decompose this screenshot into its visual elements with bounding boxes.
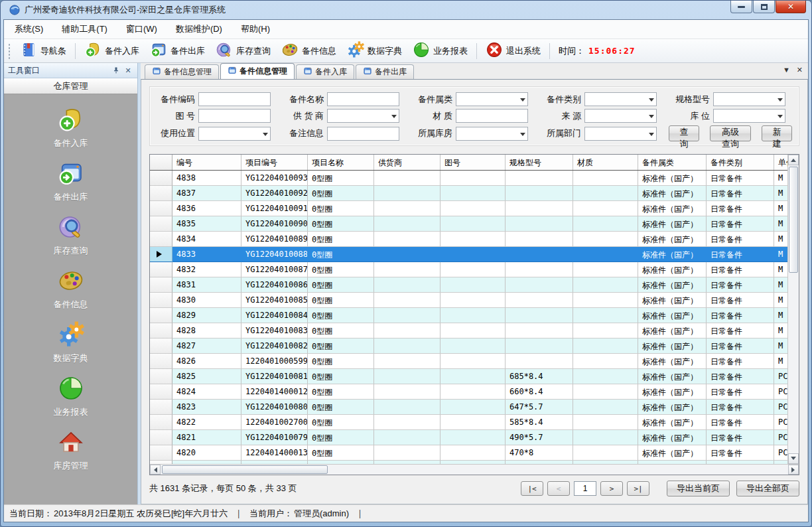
last-page-button[interactable]: >| [627, 481, 649, 496]
query-button[interactable]: 查询 [669, 125, 699, 141]
table-row[interactable]: 4829YG122040100840型圈标准件（国产）日常备件M [150, 308, 787, 323]
spare-name-input[interactable] [327, 92, 399, 106]
table-row[interactable]: 4832YG122040100870型圈标准件（国产）日常备件M [150, 262, 787, 277]
minimize-button[interactable] [730, 1, 752, 13]
spare-type-combo[interactable] [584, 92, 657, 106]
tab-0[interactable]: 备件信息管理 [145, 64, 219, 79]
column-header-供货商[interactable]: 供货商 [374, 155, 440, 170]
row-selector[interactable] [150, 430, 172, 445]
table-row[interactable]: 482212204010027000型圈585*8.4标准件（国产）日常备件PC [150, 415, 787, 430]
table-row[interactable]: 4836YG122040100910型圈标准件（国产）日常备件M [150, 201, 787, 216]
scroll-left-icon[interactable] [150, 465, 161, 475]
dock-close-icon[interactable]: ✕ [123, 65, 133, 76]
row-selector[interactable] [150, 247, 172, 262]
menu-item-window[interactable]: 窗口(W) [119, 21, 164, 38]
spare-category-combo[interactable] [456, 92, 528, 106]
toolbar-button-spare-info[interactable]: 备件信息 [276, 39, 342, 62]
next-page-button[interactable]: > [600, 481, 623, 496]
toolbar-button-exit-system[interactable]: 退出系统 [480, 39, 546, 62]
table-row[interactable]: 482412204014000120型圈660*8.4标准件（国产）日常备件PC [150, 384, 787, 400]
sidebar-item-warehouse-mgmt[interactable]: 库房管理 [4, 429, 137, 472]
drawing-no-input[interactable] [198, 109, 271, 123]
table-row[interactable]: 4830YG122040100850型圈标准件（国产）日常备件M [150, 293, 787, 308]
toolbar-button-spare-out[interactable]: 备件出库 [145, 39, 210, 62]
spare-code-input[interactable] [198, 92, 271, 106]
row-selector[interactable] [150, 415, 172, 430]
export-current-page-button[interactable]: 导出当前页 [667, 481, 730, 496]
menu-item-help[interactable]: 帮助(H) [234, 21, 277, 38]
column-header-备件属类[interactable]: 备件属类 [638, 155, 707, 170]
table-row-selected[interactable]: 4833YG122040100880型圈标准件（国产）日常备件M [150, 247, 787, 262]
table-row[interactable]: 4821YG122040100790型圈490*5.7标准件（国产）日常备件PC [150, 430, 787, 445]
tab-2[interactable]: 备件入库 [296, 64, 354, 79]
column-header-selector[interactable] [150, 155, 172, 170]
tab-1-active[interactable]: 备件信息管理 [220, 63, 295, 79]
row-selector[interactable] [150, 369, 172, 384]
scroll-down-icon[interactable] [788, 453, 799, 464]
maximize-button[interactable] [753, 1, 775, 13]
menu-item-aux-tools[interactable]: 辅助工具(T) [55, 21, 114, 38]
pin-icon[interactable] [111, 65, 121, 76]
chevron-down-icon[interactable]: ▼ [783, 66, 790, 74]
export-all-pages-button[interactable]: 导出全部页 [736, 481, 799, 496]
supplier-combo[interactable] [327, 109, 399, 123]
sidebar-item-data-dict[interactable]: 数据字典 [4, 321, 137, 364]
column-header-编号[interactable]: 编号 [172, 155, 241, 170]
spec-model-combo[interactable] [713, 92, 785, 106]
page-number-input[interactable] [574, 481, 596, 496]
row-selector[interactable] [150, 216, 172, 232]
row-selector[interactable] [150, 339, 172, 354]
menu-item-system[interactable]: 系统(S) [8, 21, 50, 38]
table-row[interactable]: 4834YG122040100890型圈标准件（国产）日常备件M [150, 232, 787, 247]
advanced-query-button[interactable]: 高级查询 [710, 125, 751, 141]
toolbar-button-stock-query[interactable]: 库存查询 [210, 39, 276, 62]
row-selector[interactable] [150, 308, 172, 323]
sidebar-item-spare-out[interactable]: 备件出库 [4, 160, 137, 203]
sidebar-item-stock-query[interactable]: 库存查询 [4, 214, 137, 257]
table-row[interactable]: 4823YG122040100800型圈647*5.7标准件（国产）日常备件PC [150, 400, 787, 415]
row-selector[interactable] [150, 384, 172, 400]
table-row[interactable]: 482012204014000130型圈470*8标准件（国产）日常备件PC [150, 445, 787, 461]
table-row[interactable]: 4838YG122040100930型圈标准件（国产）日常备件M [150, 171, 787, 186]
column-header-项目编号[interactable]: 项目编号 [241, 155, 308, 170]
table-row[interactable]: 4835YG122040100900型圈标准件（国产）日常备件M [150, 216, 787, 232]
vertical-scroll-thumb[interactable] [789, 167, 798, 273]
row-selector[interactable] [150, 262, 172, 277]
row-selector[interactable] [150, 232, 172, 247]
sidebar-item-spare-in[interactable]: 备件入库 [4, 106, 137, 149]
row-selector[interactable] [150, 277, 172, 293]
vertical-scrollbar[interactable] [787, 155, 799, 464]
column-header-材质[interactable]: 材质 [573, 155, 638, 170]
first-page-button[interactable]: |< [521, 481, 543, 496]
close-button[interactable]: ✕ [776, 1, 806, 13]
warehouse-combo[interactable] [456, 127, 528, 141]
material-input[interactable] [456, 109, 528, 123]
toolbar-grip[interactable] [8, 43, 11, 59]
remark-input[interactable] [327, 127, 399, 141]
toolbar-button-spare-in[interactable]: 备件入库 [79, 39, 145, 62]
row-selector[interactable] [150, 354, 172, 369]
row-selector[interactable] [150, 171, 172, 186]
toolbar-button-data-dict[interactable]: 数据字典 [342, 39, 407, 62]
column-header-项目名称[interactable]: 项目名称 [308, 155, 374, 170]
scroll-right-icon[interactable] [788, 465, 799, 475]
table-row[interactable]: 4828YG122040100830型圈标准件（国产）日常备件M [150, 323, 787, 339]
column-header-单位[interactable]: 单位 [774, 155, 787, 170]
usage-position-combo[interactable] [198, 127, 271, 141]
scroll-up-icon[interactable] [788, 155, 799, 165]
column-header-备件类别[interactable]: 备件类别 [707, 155, 774, 170]
source-combo[interactable] [584, 109, 657, 123]
table-row[interactable]: 482612204010005990型圈标准件（国产）日常备件M [150, 354, 787, 369]
table-row[interactable]: 4831YG122040100860型圈标准件（国产）日常备件M [150, 277, 787, 293]
sidebar-item-biz-report[interactable]: 业务报表 [4, 375, 137, 418]
row-selector[interactable] [150, 293, 172, 308]
horizontal-scroll-thumb[interactable] [162, 465, 328, 474]
row-selector[interactable] [150, 400, 172, 415]
horizontal-scrollbar[interactable] [150, 464, 799, 475]
stock-location-combo[interactable] [713, 109, 785, 123]
toolbar-button-navbar[interactable]: 导航条 [15, 39, 72, 62]
row-selector[interactable] [150, 445, 172, 461]
column-header-图号[interactable]: 图号 [440, 155, 506, 170]
row-selector[interactable] [150, 186, 172, 201]
menu-item-data-maintenance[interactable]: 数据维护(D) [169, 21, 229, 38]
